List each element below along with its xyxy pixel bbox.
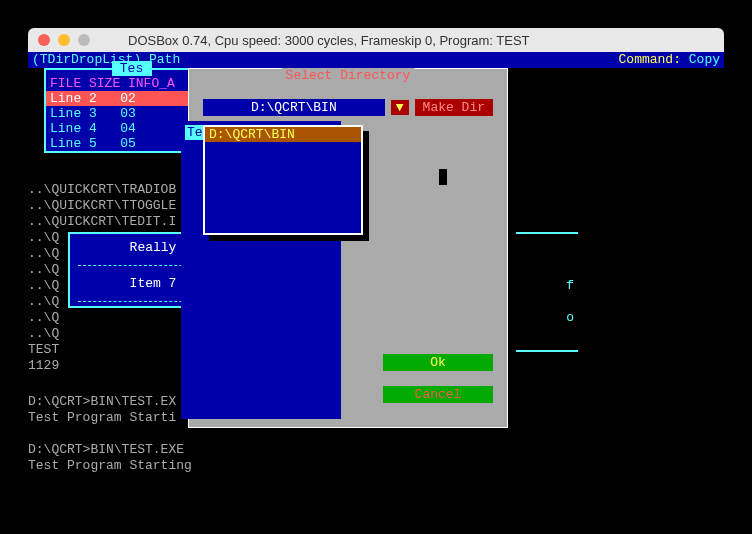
select-directory-dialog: Select Directory D:\QCRT\BIN ▼ Make Dir … bbox=[188, 68, 508, 428]
window-title: DOSBox 0.74, Cpu speed: 3000 cycles, Fra… bbox=[128, 33, 714, 48]
minimize-icon[interactable] bbox=[58, 34, 70, 46]
dos-screen: (TDirDropList) Path Command: Copy Tes FI… bbox=[28, 52, 724, 532]
bg-path: ..\Q bbox=[28, 326, 59, 341]
bg-path: ..\QUICKCRT\TTOGGLE bbox=[28, 198, 176, 213]
bg-path: ..\Q bbox=[28, 278, 59, 293]
cancel-button[interactable]: Cancel bbox=[383, 386, 493, 403]
list-title: Tes bbox=[112, 61, 152, 76]
directory-list[interactable]: D:\QCRT\BIN bbox=[203, 125, 363, 235]
directory-item[interactable]: D:\QCRT\BIN bbox=[205, 127, 361, 142]
make-dir-button[interactable]: Make Dir bbox=[415, 99, 493, 116]
path-input[interactable]: D:\QCRT\BIN bbox=[203, 99, 385, 116]
ok-button[interactable]: Ok bbox=[383, 354, 493, 371]
bg-path: ..\Q bbox=[28, 310, 59, 325]
bg-path: ..\Q bbox=[28, 262, 59, 277]
dos-output: Test Program Starting bbox=[28, 458, 192, 473]
dos-prompt: D:\QCRT>BIN\TEST.EXE bbox=[28, 442, 184, 457]
close-icon[interactable] bbox=[38, 34, 50, 46]
bg-path: ..\QUICKCRT\TEDIT.I bbox=[28, 214, 176, 229]
dos-output: Test Program Starti bbox=[28, 410, 176, 425]
bg-path: ..\Q bbox=[28, 230, 59, 245]
dos-prompt: D:\QCRT>BIN\TEST.EX bbox=[28, 394, 176, 409]
bg-path: ..\Q bbox=[28, 294, 59, 309]
bg-path: ..\QUICKCRT\TRADIOB bbox=[28, 182, 176, 197]
info-fragment: f o bbox=[498, 232, 578, 352]
bg-text: TEST bbox=[28, 342, 59, 357]
caret-icon bbox=[439, 169, 447, 185]
bg-text: 1129 bbox=[28, 358, 59, 373]
dropdown-icon[interactable]: ▼ bbox=[391, 100, 409, 115]
maximize-icon[interactable] bbox=[78, 34, 90, 46]
status-command: Command: Copy bbox=[619, 52, 720, 68]
bg-path: ..\Q bbox=[28, 246, 59, 261]
dir-list-label: Te bbox=[185, 125, 205, 140]
window-titlebar: DOSBox 0.74, Cpu speed: 3000 cycles, Fra… bbox=[28, 28, 724, 52]
